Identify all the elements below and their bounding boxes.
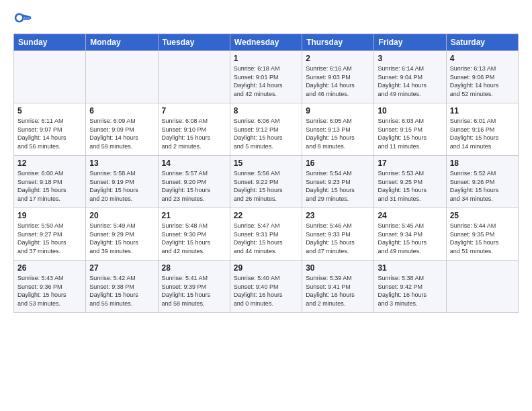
day-cell: 11Sunrise: 6:01 AM Sunset: 9:16 PM Dayli… [446, 103, 518, 156]
day-info: Sunrise: 5:54 AM Sunset: 9:23 PM Dayligh… [306, 169, 370, 203]
day-number: 15 [234, 158, 298, 168]
day-number: 4 [450, 54, 515, 63]
day-cell: 6Sunrise: 6:09 AM Sunset: 9:09 PM Daylig… [86, 103, 158, 156]
day-info: Sunrise: 6:06 AM Sunset: 9:12 PM Dayligh… [234, 117, 298, 150]
day-number: 7 [162, 106, 226, 116]
day-number: 26 [17, 263, 82, 273]
week-row-4: 19Sunrise: 5:50 AM Sunset: 9:27 PM Dayli… [14, 208, 519, 261]
weekday-friday: Friday [374, 34, 446, 51]
day-info: Sunrise: 6:18 AM Sunset: 9:01 PM Dayligh… [234, 64, 298, 98]
day-number: 14 [162, 158, 226, 168]
weekday-thursday: Thursday [302, 34, 374, 51]
day-info: Sunrise: 6:03 AM Sunset: 9:15 PM Dayligh… [378, 117, 442, 150]
day-cell: 5Sunrise: 6:11 AM Sunset: 9:07 PM Daylig… [14, 103, 86, 156]
day-info: Sunrise: 6:11 AM Sunset: 9:07 PM Dayligh… [17, 117, 82, 150]
calendar-table: SundayMondayTuesdayWednesdayThursdayFrid… [13, 34, 519, 313]
day-number: 18 [450, 158, 515, 168]
day-info: Sunrise: 5:40 AM Sunset: 9:40 PM Dayligh… [234, 274, 298, 308]
day-number: 16 [306, 158, 370, 168]
day-cell [86, 51, 158, 103]
day-number: 30 [306, 263, 370, 273]
day-info: Sunrise: 6:05 AM Sunset: 9:13 PM Dayligh… [306, 117, 370, 150]
day-number: 21 [162, 211, 226, 220]
day-cell [446, 261, 518, 313]
day-cell: 18Sunrise: 5:52 AM Sunset: 9:26 PM Dayli… [446, 156, 518, 208]
day-number: 2 [306, 54, 370, 63]
day-cell: 2Sunrise: 6:16 AM Sunset: 9:03 PM Daylig… [302, 51, 374, 103]
day-cell: 24Sunrise: 5:45 AM Sunset: 9:34 PM Dayli… [374, 208, 446, 261]
weekday-tuesday: Tuesday [158, 34, 230, 51]
day-number: 29 [234, 263, 298, 273]
day-info: Sunrise: 5:41 AM Sunset: 9:39 PM Dayligh… [162, 274, 226, 308]
day-number: 27 [89, 263, 154, 273]
header [13, 11, 519, 30]
day-number: 20 [89, 211, 154, 220]
day-cell: 23Sunrise: 5:46 AM Sunset: 9:33 PM Dayli… [302, 208, 374, 261]
day-cell: 25Sunrise: 5:44 AM Sunset: 9:35 PM Dayli… [446, 208, 518, 261]
day-info: Sunrise: 5:58 AM Sunset: 9:19 PM Dayligh… [89, 169, 154, 203]
day-number: 31 [378, 263, 442, 273]
day-info: Sunrise: 5:48 AM Sunset: 9:30 PM Dayligh… [162, 222, 226, 255]
day-info: Sunrise: 5:57 AM Sunset: 9:20 PM Dayligh… [162, 169, 226, 203]
day-info: Sunrise: 5:49 AM Sunset: 9:29 PM Dayligh… [89, 222, 154, 255]
day-number: 8 [234, 106, 298, 116]
day-info: Sunrise: 6:14 AM Sunset: 9:04 PM Dayligh… [378, 64, 442, 98]
weekday-sunday: Sunday [14, 34, 86, 51]
day-info: Sunrise: 5:43 AM Sunset: 9:36 PM Dayligh… [17, 274, 82, 308]
day-cell: 1Sunrise: 6:18 AM Sunset: 9:01 PM Daylig… [230, 51, 302, 103]
day-cell [158, 51, 230, 103]
day-cell: 14Sunrise: 5:57 AM Sunset: 9:20 PM Dayli… [158, 156, 230, 208]
week-row-2: 5Sunrise: 6:11 AM Sunset: 9:07 PM Daylig… [14, 103, 519, 156]
day-number: 12 [17, 158, 82, 168]
day-info: Sunrise: 5:44 AM Sunset: 9:35 PM Dayligh… [450, 222, 515, 255]
logo-icon [13, 11, 32, 30]
day-cell: 26Sunrise: 5:43 AM Sunset: 9:36 PM Dayli… [14, 261, 86, 313]
weekday-monday: Monday [86, 34, 158, 51]
day-info: Sunrise: 5:47 AM Sunset: 9:31 PM Dayligh… [234, 222, 298, 255]
day-info: Sunrise: 6:13 AM Sunset: 9:06 PM Dayligh… [450, 64, 515, 98]
day-number: 11 [450, 106, 515, 116]
day-cell: 15Sunrise: 5:56 AM Sunset: 9:22 PM Dayli… [230, 156, 302, 208]
day-cell: 8Sunrise: 6:06 AM Sunset: 9:12 PM Daylig… [230, 103, 302, 156]
day-number: 25 [450, 211, 515, 220]
day-number: 5 [17, 106, 82, 116]
day-cell: 10Sunrise: 6:03 AM Sunset: 9:15 PM Dayli… [374, 103, 446, 156]
day-cell: 27Sunrise: 5:42 AM Sunset: 9:38 PM Dayli… [86, 261, 158, 313]
day-number: 1 [234, 54, 298, 63]
day-number: 22 [234, 211, 298, 220]
day-cell: 12Sunrise: 6:00 AM Sunset: 9:18 PM Dayli… [14, 156, 86, 208]
day-info: Sunrise: 6:16 AM Sunset: 9:03 PM Dayligh… [306, 64, 370, 98]
day-cell: 9Sunrise: 6:05 AM Sunset: 9:13 PM Daylig… [302, 103, 374, 156]
week-row-1: 1Sunrise: 6:18 AM Sunset: 9:01 PM Daylig… [14, 51, 519, 103]
day-info: Sunrise: 5:42 AM Sunset: 9:38 PM Dayligh… [89, 274, 154, 308]
day-cell: 22Sunrise: 5:47 AM Sunset: 9:31 PM Dayli… [230, 208, 302, 261]
day-info: Sunrise: 6:09 AM Sunset: 9:09 PM Dayligh… [89, 117, 154, 150]
day-info: Sunrise: 5:50 AM Sunset: 9:27 PM Dayligh… [17, 222, 82, 255]
day-info: Sunrise: 5:53 AM Sunset: 9:25 PM Dayligh… [378, 169, 442, 203]
day-cell: 13Sunrise: 5:58 AM Sunset: 9:19 PM Dayli… [86, 156, 158, 208]
day-cell: 7Sunrise: 6:08 AM Sunset: 9:10 PM Daylig… [158, 103, 230, 156]
day-info: Sunrise: 5:52 AM Sunset: 9:26 PM Dayligh… [450, 169, 515, 203]
day-cell: 4Sunrise: 6:13 AM Sunset: 9:06 PM Daylig… [446, 51, 518, 103]
day-cell: 17Sunrise: 5:53 AM Sunset: 9:25 PM Dayli… [374, 156, 446, 208]
day-number: 9 [306, 106, 370, 116]
weekday-wednesday: Wednesday [230, 34, 302, 51]
day-info: Sunrise: 6:00 AM Sunset: 9:18 PM Dayligh… [17, 169, 82, 203]
day-info: Sunrise: 6:08 AM Sunset: 9:10 PM Dayligh… [162, 117, 226, 150]
day-cell: 21Sunrise: 5:48 AM Sunset: 9:30 PM Dayli… [158, 208, 230, 261]
day-number: 28 [162, 263, 226, 273]
day-cell: 19Sunrise: 5:50 AM Sunset: 9:27 PM Dayli… [14, 208, 86, 261]
page-container: SundayMondayTuesdayWednesdayThursdayFrid… [0, 0, 532, 320]
day-number: 6 [89, 106, 154, 116]
day-info: Sunrise: 5:38 AM Sunset: 9:42 PM Dayligh… [378, 274, 442, 308]
logo [13, 11, 35, 30]
weekday-header-row: SundayMondayTuesdayWednesdayThursdayFrid… [14, 34, 519, 51]
day-cell: 29Sunrise: 5:40 AM Sunset: 9:40 PM Dayli… [230, 261, 302, 313]
day-cell: 31Sunrise: 5:38 AM Sunset: 9:42 PM Dayli… [374, 261, 446, 313]
day-cell: 20Sunrise: 5:49 AM Sunset: 9:29 PM Dayli… [86, 208, 158, 261]
week-row-3: 12Sunrise: 6:00 AM Sunset: 9:18 PM Dayli… [14, 156, 519, 208]
day-info: Sunrise: 6:01 AM Sunset: 9:16 PM Dayligh… [450, 117, 515, 150]
day-cell: 30Sunrise: 5:39 AM Sunset: 9:41 PM Dayli… [302, 261, 374, 313]
day-number: 24 [378, 211, 442, 220]
day-info: Sunrise: 5:45 AM Sunset: 9:34 PM Dayligh… [378, 222, 442, 255]
